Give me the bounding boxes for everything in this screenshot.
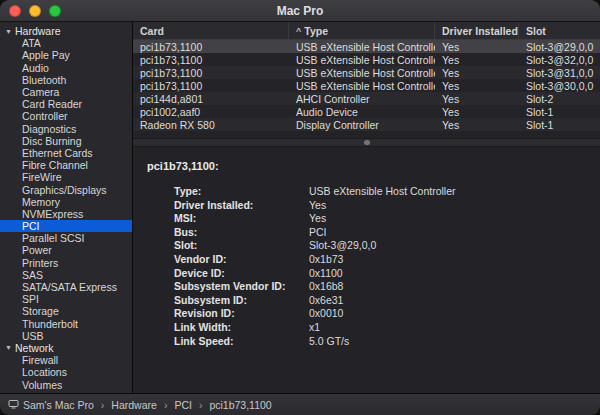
breadcrumb-item[interactable]: Hardware (111, 399, 157, 411)
system-information-window: Mac Pro ▼ Hardware ATA Apple Pay Audio B… (0, 0, 600, 415)
sidebar-section-hardware[interactable]: ▼ Hardware (0, 25, 132, 37)
cell-driver: Yes (435, 106, 519, 118)
table-row[interactable]: Radeon RX 580 Display Controller Yes Slo… (133, 118, 600, 131)
sidebar-item-ethernet-cards[interactable]: Ethernet Cards (0, 147, 132, 159)
titlebar[interactable]: Mac Pro (0, 0, 600, 22)
sidebar-item-parallel-scsi[interactable]: Parallel SCSI (0, 232, 132, 244)
sidebar-item-sata[interactable]: SATA/SATA Express (0, 281, 132, 293)
window-title: Mac Pro (277, 4, 324, 18)
sidebar-item-controller[interactable]: Controller (0, 110, 132, 122)
sidebar-item-label: Thunderbolt (22, 318, 78, 330)
sidebar-item-storage[interactable]: Storage (0, 305, 132, 317)
column-header-label: Type (304, 25, 328, 37)
cell-slot: Slot-3@30,0,0 (519, 80, 600, 92)
sidebar-item-graphics-displays[interactable]: Graphics/Displays (0, 183, 132, 195)
cell-driver: Yes (435, 67, 519, 79)
column-header-driver-installed[interactable]: Driver Installed (435, 22, 519, 39)
sidebar-item-disc-burning[interactable]: Disc Burning (0, 135, 132, 147)
sort-ascending-icon: ^ (296, 26, 301, 36)
detail-field: Driver Installed: Yes (174, 199, 586, 213)
sidebar-item-audio[interactable]: Audio (0, 62, 132, 74)
sidebar-item-volumes[interactable]: Volumes (0, 378, 132, 390)
field-label: Driver Installed: (174, 199, 309, 213)
sidebar-item-ata[interactable]: ATA (0, 37, 132, 49)
sidebar-item-spi[interactable]: SPI (0, 293, 132, 305)
minimize-button[interactable] (29, 5, 41, 17)
pane-splitter[interactable] (133, 138, 600, 147)
field-value: 0x0010 (309, 307, 343, 321)
sidebar-section-label: Hardware (15, 25, 61, 37)
cell-card: pci1b73,1100 (133, 67, 289, 79)
splitter-handle-icon (364, 140, 370, 145)
sidebar-item-label: Memory (22, 196, 60, 208)
sidebar-item-printers[interactable]: Printers (0, 257, 132, 269)
table-row[interactable]: pci1b73,1100 USB eXtensible Host Control… (133, 40, 600, 53)
sidebar-item-label: PCI (22, 220, 40, 232)
sidebar-item-label: SPI (22, 293, 39, 305)
main-panel: Card ^ Type Driver Installed Slot (133, 22, 600, 393)
sidebar-item-usb[interactable]: USB (0, 330, 132, 342)
table-row[interactable]: pci1b73,1100 USB eXtensible Host Control… (133, 66, 600, 79)
sidebar-section-network[interactable]: ▼ Network (0, 342, 132, 354)
field-label: Type: (174, 185, 309, 199)
sidebar-item-locations[interactable]: Locations (0, 366, 132, 378)
table-row[interactable]: pci144d,a801 AHCI Controller Yes Slot-2 (133, 92, 600, 105)
field-value: 5.0 GT/s (309, 335, 349, 349)
detail-field: Revision ID: 0x0010 (174, 307, 586, 321)
column-header-label: Driver Installed (442, 25, 518, 37)
field-label: Subsystem Vendor ID: (174, 280, 309, 294)
cell-card: pci1002,aaf0 (133, 106, 289, 118)
sidebar-item-label: Printers (22, 257, 58, 269)
sidebar-section-label: Network (15, 342, 54, 354)
sidebar-item-label: NVMExpress (22, 208, 83, 220)
table-row[interactable]: pci1b73,1100 USB eXtensible Host Control… (133, 53, 600, 66)
field-value: 0x16b8 (309, 280, 343, 294)
column-header-type[interactable]: ^ Type (289, 22, 435, 39)
disclosure-triangle-icon[interactable]: ▼ (5, 28, 15, 35)
sidebar-item-diagnostics[interactable]: Diagnostics (0, 123, 132, 135)
detail-field: MSI: Yes (174, 212, 586, 226)
zoom-button[interactable] (49, 5, 61, 17)
sidebar-item-sas[interactable]: SAS (0, 269, 132, 281)
close-button[interactable] (9, 5, 21, 17)
detail-field: Bus: PCI (174, 226, 586, 240)
sidebar-item-memory[interactable]: Memory (0, 196, 132, 208)
detail-field: Type: USB eXtensible Host Controller (174, 185, 586, 199)
sidebar-item-pci[interactable]: PCI (0, 220, 132, 232)
sidebar-item-apple-pay[interactable]: Apple Pay (0, 49, 132, 61)
breadcrumb-item[interactable]: Sam's Mac Pro (23, 399, 94, 411)
sidebar-item-label: Locations (22, 366, 67, 378)
sidebar-item-bluetooth[interactable]: Bluetooth (0, 74, 132, 86)
cell-slot: Slot-3@29,0,0 (519, 41, 600, 53)
field-value: 0x1100 (309, 267, 343, 281)
sidebar-item-nvmexpress[interactable]: NVMExpress (0, 208, 132, 220)
field-value: Slot-3@29,0,0 (309, 239, 376, 253)
field-value: Yes (309, 212, 326, 226)
sidebar-item-card-reader[interactable]: Card Reader (0, 98, 132, 110)
table-row[interactable]: pci1002,aaf0 Audio Device Yes Slot-1 (133, 105, 600, 118)
table-row[interactable]: pci1b73,1100 USB eXtensible Host Control… (133, 79, 600, 92)
sidebar-item-fibre-channel[interactable]: Fibre Channel (0, 159, 132, 171)
breadcrumb-item[interactable]: pci1b73,1100 (209, 399, 271, 411)
breadcrumb-separator-icon: › (164, 399, 168, 411)
sidebar-item-firewall[interactable]: Firewall (0, 354, 132, 366)
sidebar-item-thunderbolt[interactable]: Thunderbolt (0, 318, 132, 330)
sidebar-item-label: Ethernet Cards (22, 147, 93, 159)
sidebar-item-label: Apple Pay (22, 49, 70, 61)
cell-type: USB eXtensible Host Controller (289, 54, 435, 66)
column-header-slot[interactable]: Slot (519, 22, 600, 39)
breadcrumb-item[interactable]: PCI (174, 399, 192, 411)
field-label: Link Speed: (174, 335, 309, 349)
sidebar-item-camera[interactable]: Camera (0, 86, 132, 98)
sidebar-item-power[interactable]: Power (0, 244, 132, 256)
status-bar: Sam's Mac Pro › Hardware › PCI › pci1b73… (0, 393, 600, 415)
disclosure-triangle-icon[interactable]: ▼ (5, 344, 15, 351)
sidebar-item-label: SAS (22, 269, 43, 281)
sidebar-item-label: Firewall (22, 354, 58, 366)
sidebar-item-firewire[interactable]: FireWire (0, 171, 132, 183)
field-value: 0x6e31 (309, 294, 343, 308)
detail-field: Link Speed: 5.0 GT/s (174, 335, 586, 349)
detail-field: Subsystem Vendor ID: 0x16b8 (174, 280, 586, 294)
cell-card: pci144d,a801 (133, 93, 289, 105)
column-header-card[interactable]: Card (133, 22, 289, 39)
